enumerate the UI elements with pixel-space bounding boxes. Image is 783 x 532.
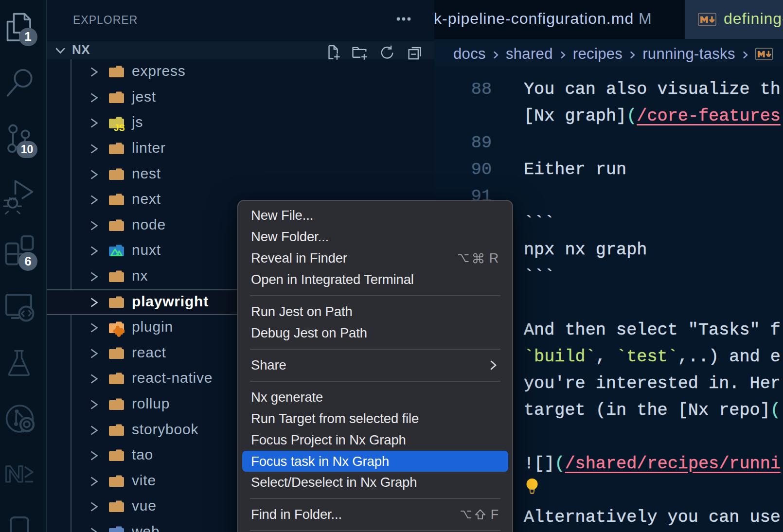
svg-text:JS: JS: [114, 123, 125, 133]
